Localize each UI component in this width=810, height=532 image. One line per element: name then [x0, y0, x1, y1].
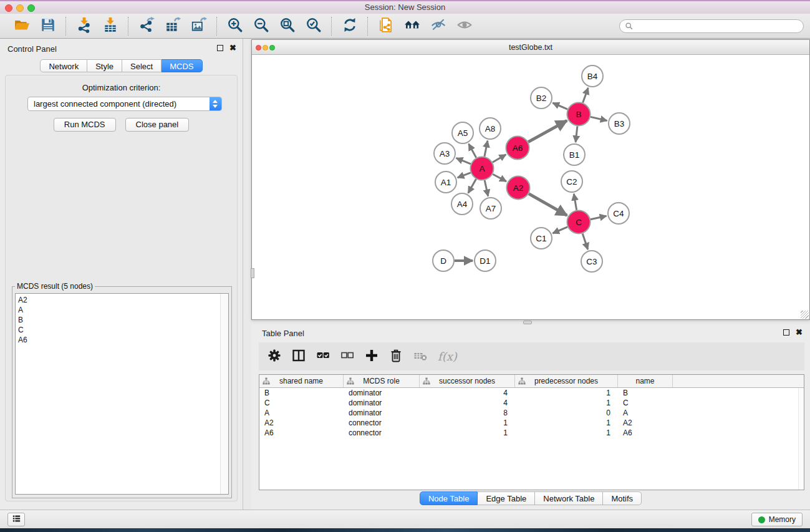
- table-scrollbar[interactable]: [798, 388, 804, 490]
- search-input[interactable]: [637, 22, 798, 31]
- result-scrollbar[interactable]: [220, 294, 228, 494]
- network-close-button[interactable]: [256, 45, 261, 51]
- table-row[interactable]: A6connector11A6: [259, 428, 804, 438]
- cell-predecessor-nodes: 1: [515, 398, 618, 408]
- table-row[interactable]: Cdominator41C: [259, 398, 804, 408]
- resize-grip[interactable]: [801, 311, 809, 319]
- table-row[interactable]: Adominator80A: [259, 408, 804, 418]
- edge-A-A4[interactable]: [468, 179, 476, 193]
- export-network-button[interactable]: [135, 16, 158, 37]
- close-window-button[interactable]: [5, 4, 12, 12]
- status-bar: Memory: [0, 510, 810, 528]
- mcds-result-list[interactable]: A2ABCA6: [15, 293, 229, 495]
- network-window-titlebar[interactable]: testGlobe.txt: [252, 40, 809, 55]
- edge-A-A3[interactable]: [456, 158, 471, 163]
- edge-B-B3[interactable]: [591, 117, 607, 120]
- tab-mcds[interactable]: MCDS: [162, 59, 202, 72]
- edge-A-A8[interactable]: [485, 141, 488, 157]
- table-row[interactable]: A2connector11A2: [259, 418, 804, 428]
- split-columns-button[interactable]: [287, 344, 311, 369]
- save-floppy-button[interactable]: [36, 16, 59, 37]
- tab-select[interactable]: Select: [122, 59, 162, 72]
- network-zoom-button[interactable]: [269, 45, 275, 51]
- import-network-button[interactable]: [72, 16, 95, 37]
- cell-name: B: [618, 388, 673, 398]
- column-header-successor-nodes[interactable]: successor nodes: [420, 375, 515, 387]
- edge-C-C3[interactable]: [582, 234, 588, 250]
- float-table-panel-icon[interactable]: [783, 329, 789, 336]
- main-toolbar: [0, 14, 810, 39]
- close-panel-button[interactable]: Close panel: [125, 118, 190, 132]
- plus-button[interactable]: [360, 344, 383, 369]
- mcds-result-item[interactable]: A6: [16, 335, 228, 345]
- network-canvas[interactable]: B4B2BB3A5A8A6B1A3AA1C2A4A7A2C4CC1C3DD1: [252, 55, 809, 319]
- zoom-window-button[interactable]: [27, 4, 35, 12]
- checked-pair-button[interactable]: [311, 344, 335, 369]
- network-minimize-button[interactable]: [263, 45, 268, 51]
- float-panel-icon[interactable]: [217, 45, 223, 51]
- mcds-result-item[interactable]: A: [16, 305, 228, 315]
- edge-A6-B[interactable]: [528, 120, 567, 142]
- edge-B-B4[interactable]: [583, 88, 589, 103]
- edge-A-A6[interactable]: [493, 155, 506, 162]
- table-tab-node-table[interactable]: Node Table: [420, 491, 478, 505]
- import-network-icon: [76, 17, 92, 35]
- close-panel-icon[interactable]: ✖: [229, 44, 236, 52]
- zoom-fit-magnifier-button[interactable]: [276, 16, 299, 37]
- mcds-result-item[interactable]: C: [16, 325, 228, 335]
- open-folder-button[interactable]: [10, 16, 33, 37]
- table-delete-icon: [413, 348, 428, 365]
- green-dot-icon: [758, 516, 765, 523]
- double-home-button[interactable]: [400, 16, 423, 37]
- table-delete-button: [408, 344, 432, 369]
- table-tab-motifs[interactable]: Motifs: [603, 491, 642, 505]
- minimize-window-button[interactable]: [16, 4, 24, 12]
- edge-A-A7[interactable]: [485, 180, 488, 196]
- node-label-A6: A6: [513, 143, 523, 153]
- table-tab-network-table[interactable]: Network Table: [535, 491, 603, 505]
- edge-A-A2[interactable]: [493, 174, 506, 181]
- run-mcds-button[interactable]: Run MCDS: [54, 118, 116, 132]
- criterion-dropdown[interactable]: largest connected component (directed): [27, 97, 222, 111]
- edge-A2-C[interactable]: [529, 194, 567, 216]
- tab-style[interactable]: Style: [87, 59, 122, 72]
- trash-button[interactable]: [384, 344, 408, 369]
- search-field[interactable]: [619, 19, 804, 33]
- refresh-arrows-button[interactable]: [338, 16, 361, 37]
- edge-B-B1[interactable]: [576, 126, 577, 142]
- document-share-icon: [378, 17, 394, 35]
- tab-network[interactable]: Network: [40, 59, 87, 72]
- zoom-check-magnifier-button[interactable]: [302, 16, 325, 37]
- splitter-handle-vertical[interactable]: [251, 268, 254, 278]
- import-table-button[interactable]: [99, 16, 122, 37]
- export-table-icon: [165, 17, 181, 35]
- list-button[interactable]: [7, 513, 25, 526]
- edge-C-C2[interactable]: [574, 194, 576, 210]
- zoom-out-magnifier-button[interactable]: [249, 16, 272, 37]
- edge-C-C4[interactable]: [591, 216, 607, 220]
- memory-button[interactable]: Memory: [751, 513, 803, 526]
- edge-A-A1[interactable]: [458, 173, 471, 178]
- column-header-name[interactable]: name: [618, 375, 673, 387]
- export-table-button[interactable]: [161, 16, 184, 37]
- edge-A-A5[interactable]: [469, 144, 476, 158]
- table-tab-edge-table[interactable]: Edge Table: [478, 491, 535, 505]
- eye-button[interactable]: [453, 16, 476, 37]
- eye-strikethrough-button[interactable]: [427, 16, 450, 37]
- table-row[interactable]: Bdominator41B: [259, 388, 804, 398]
- export-image-button[interactable]: [187, 16, 210, 37]
- unchecked-pair-button[interactable]: [335, 344, 359, 369]
- gear-button[interactable]: [263, 344, 286, 369]
- mcds-result-item[interactable]: A2: [16, 295, 228, 305]
- close-table-panel-icon[interactable]: ✖: [796, 329, 803, 336]
- document-share-button[interactable]: [374, 16, 397, 37]
- column-header-mcds-role[interactable]: MCDS role: [344, 375, 420, 387]
- edge-B-B2[interactable]: [552, 103, 567, 109]
- column-header-shared-name[interactable]: shared name: [259, 375, 344, 387]
- table-header-row: shared nameMCDS rolesuccessor nodesprede…: [259, 375, 804, 388]
- cell-name: A: [618, 408, 673, 418]
- mcds-result-item[interactable]: B: [16, 315, 228, 325]
- column-header-predecessor-nodes[interactable]: predecessor nodes: [515, 375, 618, 387]
- zoom-in-magnifier-button[interactable]: [223, 16, 246, 37]
- edge-C-C1[interactable]: [552, 227, 567, 233]
